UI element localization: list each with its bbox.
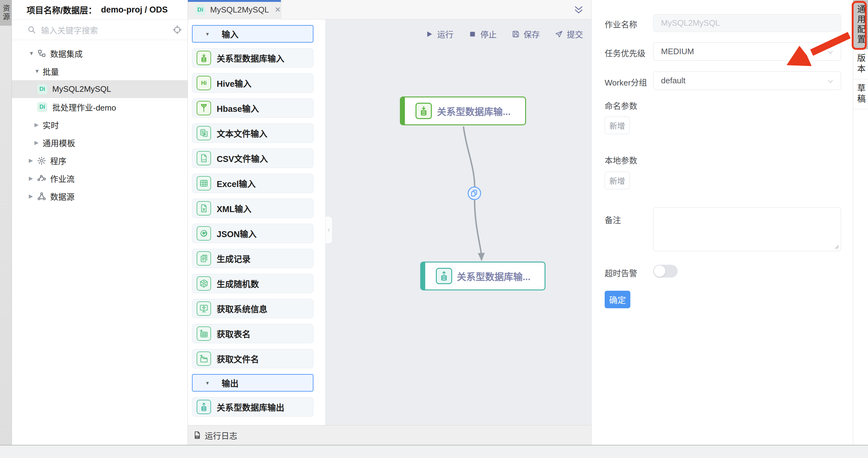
tab-close-icon[interactable]: ✕ <box>275 5 281 14</box>
palette-item-XML输入[interactable]: XML输入 <box>192 199 313 218</box>
palette-item-label: Hbase输入 <box>217 102 259 114</box>
annotation-highlight-box <box>852 1 867 50</box>
expand-arrow-icon[interactable]: ▶ <box>29 175 37 182</box>
tree-item-label: 数据集成 <box>50 48 83 59</box>
project-sidebar: 项目名称/数据层： demo-proj / ODS 输入关键字搜索 ▼数据集成▼… <box>11 0 188 445</box>
worker-group-select[interactable]: default <box>653 71 841 90</box>
palette-item-label: 生成记录 <box>217 252 250 265</box>
gear-icon <box>37 156 46 165</box>
tree-item-作业流[interactable]: ▶作业流 <box>11 170 188 187</box>
chevron-down-icon <box>827 49 834 56</box>
tree-item-数据集成[interactable]: ▼数据集成 <box>11 44 188 62</box>
di-badge: Di <box>195 4 205 15</box>
project-tree: ▼数据集成▼批量DiMySQL2MySQLDi批处理作业-demo▶实时▶通用模… <box>11 40 188 205</box>
job-name-input[interactable]: MySQL2MySQL <box>653 14 841 32</box>
tree-item-label: MySQL2MySQL <box>52 84 111 94</box>
collapse-arrow-icon[interactable]: ▼ <box>29 51 37 57</box>
expand-arrow-icon[interactable]: ▶ <box>34 122 42 128</box>
flow-canvas[interactable]: 运行 停止 保存 提交 <box>326 20 591 425</box>
palette-item-获取系统信息[interactable]: 获取系统信息 <box>192 299 313 318</box>
editor-tabbar: Di MySQL2MySQL ✕ <box>188 0 591 20</box>
named-params-add-button[interactable]: 新增 <box>604 117 630 134</box>
tab-versions[interactable]: 版本 <box>853 50 868 79</box>
left-rail: 资源 <box>0 0 12 458</box>
palette-item-文本文件输入[interactable]: 文本文件输入 <box>192 123 313 143</box>
tree-item-实时[interactable]: ▶实时 <box>11 116 188 134</box>
palette-item-获取表名[interactable]: 获取表名 <box>192 324 313 343</box>
palette-item-Hbase输入[interactable]: Hbase输入 <box>192 98 313 118</box>
palette-item-关系型数据库输出[interactable]: 关系型数据库输出 <box>192 397 313 417</box>
tree-item-MySQL2MySQL[interactable]: DiMySQL2MySQL <box>11 80 188 98</box>
rail-tab-resources[interactable]: 资源 <box>0 0 11 26</box>
tree-item-批量[interactable]: ▼批量 <box>11 62 188 80</box>
palette-item-label: 关系型数据库输出 <box>217 401 284 413</box>
db-out-icon <box>197 400 211 414</box>
palette-item-label: Excel输入 <box>217 177 256 189</box>
hive-icon: Hi <box>197 76 211 90</box>
palette-item-Hive输入[interactable]: HiHive输入 <box>192 73 313 93</box>
tree-item-label: 批量 <box>42 65 59 77</box>
tab-title: MySQL2MySQL <box>210 5 269 15</box>
palette-item-JSON输入[interactable]: JSON输入 <box>192 224 313 243</box>
svg-text:LOG: LOG <box>196 436 198 438</box>
json-icon <box>197 226 211 241</box>
tree-item-数据源[interactable]: ▶数据源 <box>11 187 188 205</box>
resize-handle-icon[interactable] <box>834 244 839 249</box>
palette-collapse-handle[interactable]: ‹ <box>326 216 333 244</box>
edge-layer <box>326 20 591 425</box>
timeout-alert-label: 超时告警 <box>604 267 637 278</box>
palette-section-label: 输入 <box>222 28 239 40</box>
svg-text:csv: csv <box>202 158 206 161</box>
confirm-button[interactable]: 确定 <box>604 291 630 308</box>
palette-section-输入[interactable]: ▼输入 <box>192 25 313 42</box>
search-bar[interactable]: 输入关键字搜索 <box>11 20 188 40</box>
tree-item-label: 作业流 <box>50 173 74 184</box>
double-chevron-down-icon[interactable] <box>573 4 584 16</box>
tree-item-label: 程序 <box>50 155 66 166</box>
palette-item-Excel输入[interactable]: Excel输入 <box>192 174 313 193</box>
project-header-label: 项目名称/数据层： <box>27 4 97 16</box>
palette-item-label: CSV文件输入 <box>217 152 268 164</box>
table-name-icon <box>197 327 211 341</box>
palette-item-生成记录[interactable]: 生成记录 <box>192 249 313 268</box>
palette-item-CSV文件输入[interactable]: csvCSV文件输入 <box>192 149 313 168</box>
locate-icon[interactable] <box>173 25 182 34</box>
palette-item-label: 获取系统信息 <box>217 303 268 315</box>
run-log-bar[interactable]: LOG 运行日志 <box>188 425 591 445</box>
tree-item-通用模板[interactable]: ▶通用模板 <box>11 134 188 152</box>
excel-icon <box>197 176 211 190</box>
palette-section-输出[interactable]: ▼输出 <box>192 374 313 392</box>
tab-draft[interactable]: 草稿 <box>853 79 868 109</box>
tree-item-label: 数据源 <box>50 190 74 202</box>
palette-item-label: XML输入 <box>217 202 251 215</box>
log-icon: LOG <box>193 431 202 439</box>
tree-item-程序[interactable]: ▶程序 <box>11 152 188 170</box>
palette-item-label: 关系型数据库输入 <box>217 52 284 64</box>
di-badge: Di <box>37 102 47 112</box>
expand-arrow-icon[interactable]: ▶ <box>34 140 42 146</box>
palette-item-label: Hive输入 <box>217 77 251 89</box>
collapse-arrow-icon[interactable]: ▼ <box>34 68 42 74</box>
palette-item-生成随机数[interactable]: 生成随机数 <box>192 274 313 293</box>
palette-item-获取文件名[interactable]: 获取文件名 <box>192 349 313 368</box>
node-db-output[interactable]: 关系型数据库输... <box>420 262 546 291</box>
local-params-add-button[interactable]: 新增 <box>604 172 630 189</box>
tree-item-批处理作业-demo[interactable]: Di批处理作业-demo <box>11 98 188 116</box>
node-db-input[interactable]: 关系型数据库输... <box>400 96 526 125</box>
run-log-label: 运行日志 <box>205 429 237 441</box>
job-name-label: 作业名称 <box>604 18 637 30</box>
expand-arrow-icon[interactable]: ▶ <box>29 157 37 164</box>
sitemap-icon <box>37 49 46 58</box>
palette-item-label: JSON输入 <box>217 227 257 240</box>
node-label: 关系型数据库输... <box>432 104 525 118</box>
text-file-icon <box>197 126 211 140</box>
remarks-textarea[interactable] <box>653 207 841 251</box>
palette-item-label: 生成随机数 <box>217 278 259 290</box>
tree-item-label: 批处理作业-demo <box>52 101 116 113</box>
tab-mysql2mysql[interactable]: Di MySQL2MySQL ✕ <box>188 0 281 20</box>
priority-select[interactable]: MEDIUM <box>653 42 841 61</box>
timeout-alert-toggle[interactable] <box>653 265 678 278</box>
palette-item-关系型数据库输入[interactable]: 关系型数据库输入 <box>192 48 313 68</box>
search-input[interactable]: 输入关键字搜索 <box>41 24 173 36</box>
expand-arrow-icon[interactable]: ▶ <box>29 193 37 200</box>
